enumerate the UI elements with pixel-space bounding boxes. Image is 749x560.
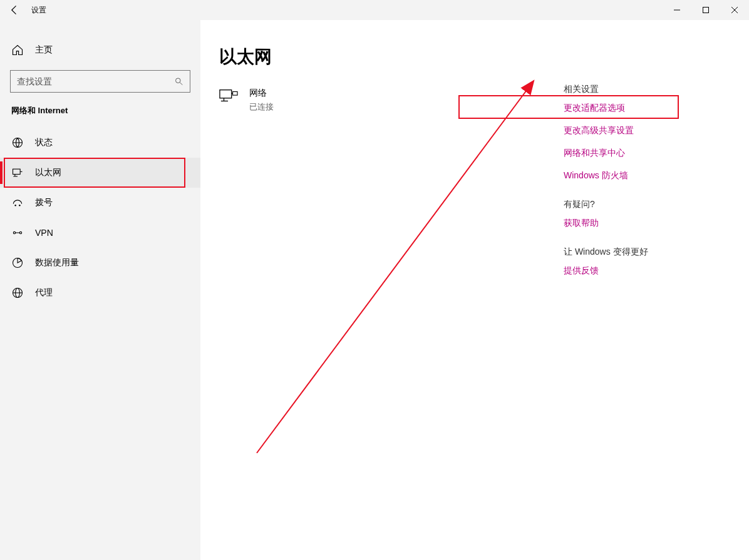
related-heading: 相关设置 (564, 84, 726, 95)
sidebar-item-dialup[interactable]: 拨号 (0, 188, 200, 218)
dialup-icon (11, 196, 24, 209)
svg-rect-21 (220, 90, 232, 98)
svg-rect-8 (13, 169, 21, 174)
link-windows-firewall[interactable]: Windows 防火墙 (564, 170, 726, 181)
svg-point-4 (175, 78, 180, 83)
main-left: 以太网 网络 已连接 (200, 45, 564, 560)
page-title: 以太网 (219, 45, 564, 69)
maximize-button[interactable] (691, 0, 720, 20)
main-content: 以太网 网络 已连接 相关设置 (200, 20, 749, 560)
sidebar-item-label: 数据使用量 (35, 257, 79, 268)
sidebar-item-label: VPN (35, 228, 53, 238)
search-box[interactable] (10, 70, 190, 93)
svg-point-15 (19, 232, 21, 233)
sidebar-nav: 状态 以太网 拨号 VPN 数据使用量 (0, 128, 200, 308)
sidebar-section-label: 网络和 Internet (0, 103, 200, 121)
svg-point-13 (19, 205, 21, 206)
sidebar: 主页 网络和 Internet 状态 以太网 (0, 20, 200, 560)
search-icon (174, 76, 183, 86)
search-input[interactable] (17, 76, 174, 86)
sidebar-item-label: 拨号 (35, 197, 53, 208)
network-status: 已连接 (249, 101, 274, 113)
link-change-adapter[interactable]: 更改适配器选项 (564, 103, 726, 114)
home-icon (11, 44, 24, 56)
minimize-icon (674, 7, 680, 13)
proxy-globe-icon (11, 287, 24, 299)
sidebar-item-label: 状态 (35, 137, 53, 148)
arrow-left-icon (8, 4, 21, 16)
question-heading: 有疑问? (564, 199, 726, 210)
sidebar-home[interactable]: 主页 (0, 35, 200, 65)
sidebar-home-label: 主页 (35, 44, 53, 56)
link-network-sharing-center[interactable]: 网络和共享中心 (564, 148, 726, 159)
svg-line-5 (180, 83, 182, 85)
maximize-icon (703, 7, 709, 13)
back-button[interactable] (0, 0, 29, 20)
link-advanced-sharing[interactable]: 更改高级共享设置 (564, 125, 726, 136)
sidebar-item-data-usage[interactable]: 数据使用量 (0, 248, 200, 278)
network-name: 网络 (249, 88, 274, 99)
svg-point-12 (14, 205, 16, 206)
sidebar-item-label: 代理 (35, 287, 53, 298)
window-title: 设置 (31, 5, 46, 16)
svg-rect-1 (703, 8, 709, 13)
related-settings-panel: 相关设置 更改适配器选项 更改高级共享设置 网络和共享中心 Windows 防火… (564, 45, 726, 560)
titlebar: 设置 (0, 0, 749, 20)
sidebar-item-ethernet[interactable]: 以太网 (0, 158, 200, 188)
globe-grid-icon (11, 136, 24, 149)
minimize-button[interactable] (663, 0, 691, 20)
data-usage-icon (11, 257, 24, 269)
svg-point-14 (13, 232, 15, 233)
sidebar-item-label: 以太网 (35, 167, 61, 178)
svg-rect-24 (233, 92, 238, 96)
network-entry[interactable]: 网络 已连接 (219, 88, 564, 113)
ethernet-icon (11, 166, 24, 179)
link-feedback[interactable]: 提供反馈 (564, 265, 726, 277)
feedback-heading: 让 Windows 变得更好 (564, 247, 726, 258)
close-button[interactable] (720, 0, 749, 20)
sidebar-item-status[interactable]: 状态 (0, 128, 200, 158)
vpn-icon (11, 227, 24, 239)
link-get-help[interactable]: 获取帮助 (564, 218, 726, 229)
sidebar-item-proxy[interactable]: 代理 (0, 278, 200, 308)
sidebar-item-vpn[interactable]: VPN (0, 218, 200, 248)
monitor-network-icon (219, 89, 238, 104)
close-icon (731, 7, 738, 13)
